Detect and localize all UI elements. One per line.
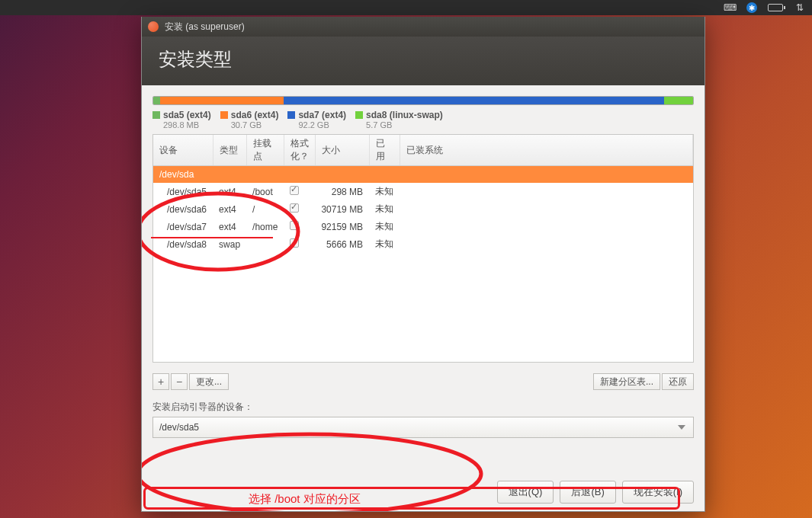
revert-button[interactable]: 还原 — [662, 373, 694, 390]
format-checkbox[interactable] — [290, 186, 299, 195]
back-button[interactable]: 后退(B) — [560, 481, 615, 504]
cell-mount: / — [246, 200, 284, 218]
legend-sub: 92.2 GB — [298, 120, 346, 130]
table-row[interactable]: /dev/sda6 ext4 / 30719 MB 未知 — [153, 200, 693, 218]
annotation-circle-bootloader — [142, 428, 515, 511]
system-top-bar: ⌨ ✱ ⇅ — [0, 0, 812, 15]
format-checkbox[interactable] — [290, 221, 299, 230]
content-area: sda5 (ext4) 298.8 MB sda6 (ext4) 30.7 GB… — [142, 85, 704, 511]
legend-label: sda6 (ext4) — [231, 110, 279, 120]
cell-used: 未知 — [369, 200, 400, 218]
cell-used: 未知 — [369, 218, 400, 235]
legend-item: sda5 (ext4) 298.8 MB — [152, 110, 211, 130]
add-partition-button[interactable]: + — [152, 373, 169, 390]
cell-size: 298 MB — [315, 183, 369, 200]
usage-seg-sda5 — [153, 97, 160, 104]
cell-type: ext4 — [213, 183, 246, 200]
disk-row[interactable]: /dev/sda — [153, 166, 693, 184]
cell-type: swap — [213, 235, 246, 253]
wizard-buttons: 退出(Q) 后退(B) 现在安装(I) — [497, 481, 694, 504]
legend-label: sda5 (ext4) — [163, 110, 211, 120]
legend-swatch — [220, 111, 228, 119]
col-used[interactable]: 已用 — [369, 135, 400, 166]
table-row[interactable]: /dev/sda8 swap 5666 MB 未知 — [153, 235, 693, 253]
cell-type: ext4 — [213, 200, 246, 218]
chevron-down-icon — [678, 425, 685, 430]
table-header-row: 设备 类型 挂载点 格式化？ 大小 已用 已装系统 — [153, 135, 693, 166]
bootloader-device-value: /dev/sda5 — [159, 422, 199, 433]
cell-device: /dev/sda8 — [153, 235, 213, 253]
legend-item: sda7 (ext4) 92.2 GB — [287, 110, 346, 130]
col-size[interactable]: 大小 — [315, 135, 369, 166]
legend-sub: 5.7 GB — [366, 120, 443, 130]
cell-used: 未知 — [369, 235, 400, 253]
legend-item: sda6 (ext4) 30.7 GB — [220, 110, 279, 130]
legend-label: sda7 (ext4) — [298, 110, 346, 120]
cell-mount — [246, 235, 284, 253]
install-now-button[interactable]: 现在安装(I) — [622, 481, 694, 504]
close-icon[interactable] — [148, 21, 159, 32]
new-partition-table-button[interactable]: 新建分区表... — [593, 373, 660, 390]
legend-swatch — [152, 111, 160, 119]
battery-icon — [768, 4, 783, 11]
change-partition-button[interactable]: 更改... — [189, 373, 229, 390]
legend-sub: 30.7 GB — [231, 120, 279, 130]
col-format[interactable]: 格式化？ — [284, 135, 315, 166]
usage-seg-sda8 — [664, 97, 693, 104]
cell-used: 未知 — [369, 183, 400, 200]
format-checkbox[interactable] — [290, 238, 299, 248]
partition-table[interactable]: 设备 类型 挂载点 格式化？ 大小 已用 已装系统 /dev/sda /dev/… — [152, 134, 694, 363]
cell-mount: /home — [246, 218, 284, 235]
table-row[interactable]: /dev/sda7 ext4 /home 92159 MB 未知 — [153, 218, 693, 235]
usage-seg-sda6 — [160, 97, 284, 104]
col-device[interactable]: 设备 — [153, 135, 213, 166]
cell-system — [400, 218, 692, 235]
partition-legend: sda5 (ext4) 298.8 MB sda6 (ext4) 30.7 GB… — [152, 110, 694, 130]
col-type[interactable]: 类型 — [213, 135, 246, 166]
cell-size: 30719 MB — [315, 200, 369, 218]
legend-sub: 298.8 MB — [163, 120, 211, 130]
annotation-text: 选择 /boot 对应的分区 — [249, 492, 361, 507]
cell-device: /dev/sda7 — [153, 218, 213, 235]
format-checkbox[interactable] — [290, 203, 299, 213]
cell-device: /dev/sda5 — [153, 183, 213, 200]
window-titlebar[interactable]: 安装 (as superuser) — [142, 17, 704, 37]
cell-size: 92159 MB — [315, 218, 369, 235]
svg-point-1 — [142, 434, 481, 511]
remove-partition-button[interactable]: − — [171, 373, 188, 390]
table-row[interactable]: /dev/sda5 ext4 /boot 298 MB 未知 — [153, 183, 693, 200]
legend-swatch — [287, 111, 295, 119]
cell-system — [400, 183, 692, 200]
window-title: 安装 (as superuser) — [165, 21, 245, 34]
bootloader-device-combo[interactable]: /dev/sda5 — [152, 417, 694, 438]
bootloader-label: 安装启动引导器的设备： — [152, 401, 694, 414]
cell-mount: /boot — [246, 183, 284, 200]
disk-row-label: /dev/sda — [153, 166, 693, 184]
partition-toolbar: + − 更改... 新建分区表... 还原 — [152, 373, 694, 390]
col-mount[interactable]: 挂载点 — [246, 135, 284, 166]
legend-swatch — [355, 111, 363, 119]
disk-usage-bar — [152, 96, 694, 105]
usage-seg-sda7 — [284, 97, 664, 104]
cell-device: /dev/sda6 — [153, 200, 213, 218]
cell-size: 5666 MB — [315, 235, 369, 253]
quit-button[interactable]: 退出(Q) — [497, 481, 554, 504]
cell-system — [400, 235, 692, 253]
legend-label: sda8 (linux-swap) — [366, 110, 443, 120]
cell-system — [400, 200, 692, 218]
system-menu-icon[interactable]: ⇅ — [794, 3, 806, 12]
col-system[interactable]: 已装系统 — [400, 135, 692, 166]
installer-window: 安装 (as superuser) 安装类型 sda5 (ext4) 298.8… — [141, 17, 705, 512]
accessibility-icon[interactable]: ✱ — [746, 2, 757, 13]
cell-type: ext4 — [213, 218, 246, 235]
legend-item: sda8 (linux-swap) 5.7 GB — [355, 110, 443, 130]
keyboard-icon: ⌨ — [724, 3, 736, 12]
page-title: 安装类型 — [142, 37, 704, 85]
